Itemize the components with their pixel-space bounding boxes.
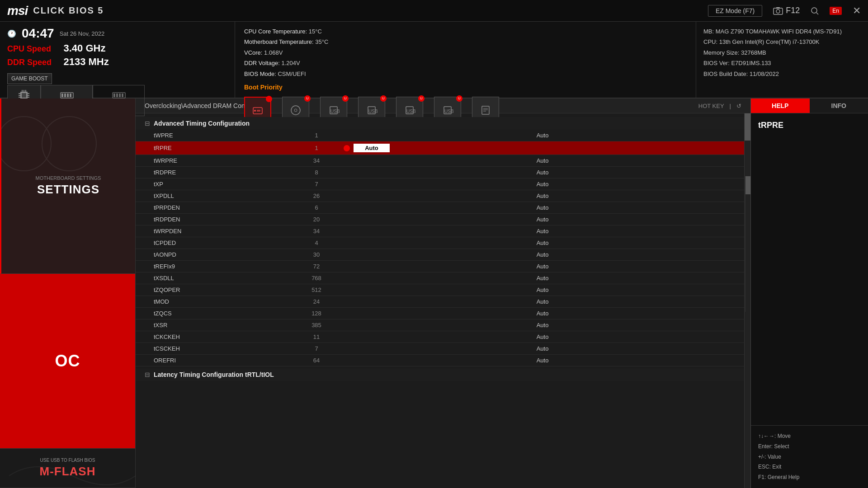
mb-info-mb: MB: MAG Z790 TOMAHAWK WIFI DDR4 (MS-7D91… <box>703 26 861 37</box>
cpu-speed-value: 3.40 GHz <box>63 42 105 54</box>
table-row[interactable]: tCSCKEH7Auto <box>136 343 750 355</box>
table-row[interactable]: tRPRE1Auto <box>136 141 750 155</box>
mb-info-cpu: CPU: 13th Gen Intel(R) Core(TM) i7-13700… <box>703 37 861 47</box>
row-name: tCSCKEH <box>154 345 289 352</box>
ez-mode-button[interactable]: EZ Mode (F7) <box>708 5 762 17</box>
screenshot-button[interactable]: F12 <box>773 6 800 15</box>
row-name: tMOD <box>154 298 289 305</box>
row-setting: Auto <box>344 204 741 211</box>
table-row[interactable]: tREFIx972Auto <box>136 261 750 272</box>
row-value: 8 <box>289 169 344 176</box>
row-value: 7 <box>289 181 344 188</box>
advanced-timing-table: tWPRE1AutotRPRE1AutotWRPRE34AutotRDPRE8A… <box>136 130 750 366</box>
row-name: tAONPD <box>154 251 289 258</box>
svg-point-47 <box>42 117 96 171</box>
settings-content: ⊟ Advanced Timing Configuration tWPRE1Au… <box>136 113 750 488</box>
row-value: 72 <box>289 263 344 270</box>
ddr-speed-row: DDR Speed 2133 MHz <box>7 56 227 68</box>
date-display: Sat 26 Nov, 2022 <box>60 30 105 37</box>
mb-label: MB: <box>703 28 714 35</box>
row-setting: Auto <box>344 192 741 199</box>
row-setting: Auto <box>344 310 741 317</box>
svg-rect-23 <box>70 94 71 97</box>
sidebar-item-mflash[interactable]: Use USB to flash BIOS M-FLASH <box>0 449 135 488</box>
row-setting: Auto <box>344 286 741 293</box>
mb-info-mem: Memory Size: 32768MB <box>703 47 861 58</box>
row-setting: Auto <box>344 251 741 258</box>
table-row[interactable]: tPRPDEN6Auto <box>136 202 750 214</box>
sidebar-item-oc[interactable]: OC <box>0 274 135 449</box>
table-row[interactable]: tCPDED4Auto <box>136 237 750 249</box>
key-help: F1: General Help <box>758 472 861 483</box>
row-setting: Auto <box>344 239 741 246</box>
table-row[interactable]: tWRPDEN34Auto <box>136 225 750 237</box>
mb-info-bios-date: BIOS Build Date: 11/08/2022 <box>703 69 861 79</box>
main-area: Motherboard settings SETTINGS OC Use USB… <box>0 99 868 488</box>
mb-cpu-value: 13th Gen Intel(R) Core(TM) i7-13700K <box>719 38 820 45</box>
svg-rect-21 <box>64 94 66 97</box>
row-value: 30 <box>289 251 344 258</box>
mb-temp-value: 35°C <box>315 38 328 45</box>
search-button[interactable] <box>811 7 819 15</box>
right-info: MB: MAG Z790 TOMAHAWK WIFI DDR4 (MS-7D91… <box>696 22 868 98</box>
table-row[interactable]: tXPDLL26Auto <box>136 190 750 202</box>
table-row[interactable]: tZQOPER512Auto <box>136 284 750 296</box>
mb-bios-ver-label: BIOS Ver: <box>703 60 730 66</box>
advanced-timing-toggle[interactable]: ⊟ <box>145 120 150 127</box>
msi-logo: msi <box>7 4 28 18</box>
ddr-speed-label: DDR Speed <box>7 58 61 67</box>
table-row[interactable]: tCKCKEH11Auto <box>136 331 750 343</box>
table-row[interactable]: tWPRE1Auto <box>136 130 750 141</box>
top-right-controls: EZ Mode (F7) F12 En ✕ <box>708 5 861 17</box>
row-setting-input[interactable]: Auto <box>354 144 390 152</box>
row-name: tXSR <box>154 322 289 328</box>
row-setting: Auto <box>344 181 741 188</box>
row-value: 26 <box>289 192 344 199</box>
sidebar-item-settings[interactable]: Motherboard settings SETTINGS <box>0 99 135 274</box>
key-select: Enter: Select <box>758 441 861 452</box>
table-row[interactable]: OREFRI64Auto <box>136 355 750 366</box>
table-row[interactable]: tXSR385Auto <box>136 319 750 331</box>
info-tab[interactable]: INFO <box>810 99 868 113</box>
row-name: tCKCKEH <box>154 333 289 340</box>
row-setting: Auto <box>344 216 741 223</box>
row-setting: Auto <box>344 357 741 364</box>
latency-timing-header: ⊟ Latency Timing Configuration tRTL/tIOL <box>136 368 750 381</box>
help-tab[interactable]: HELP <box>751 99 810 113</box>
key-value: +/-: Value <box>758 452 861 462</box>
hotkey-separator: | <box>730 103 731 109</box>
row-name: tZQOPER <box>154 286 289 293</box>
svg-rect-28 <box>122 94 123 97</box>
mb-bios-date-label: BIOS Build Date: <box>703 70 748 77</box>
table-row[interactable]: tXP7Auto <box>136 178 750 190</box>
table-row[interactable]: tZQCS128Auto <box>136 308 750 319</box>
latency-timing-title: Latency Timing Configuration tRTL/tIOL <box>154 371 274 378</box>
svg-rect-31 <box>257 110 260 112</box>
table-row[interactable]: tXSDLL768Auto <box>136 272 750 284</box>
vcore: VCore: 1.068V <box>244 47 687 58</box>
row-setting: Auto <box>344 169 741 176</box>
table-row[interactable]: tWRPRE34Auto <box>136 155 750 167</box>
row-value: 768 <box>289 275 344 282</box>
ddr-speed-value: 2133 MHz <box>63 56 108 67</box>
scroll-thumb <box>745 113 750 141</box>
table-row[interactable]: tRDPDEN20Auto <box>136 214 750 225</box>
latency-timing-toggle[interactable]: ⊟ <box>145 371 150 378</box>
row-value: 1 <box>289 145 344 151</box>
close-button[interactable]: ✕ <box>853 5 861 17</box>
vcore-label: VCore: <box>244 49 262 56</box>
table-row[interactable]: tRDPRE8Auto <box>136 167 750 178</box>
row-value: 7 <box>289 345 344 352</box>
cpu-temp-label: CPU Core Temperature: <box>244 28 307 35</box>
table-row[interactable]: tMOD24Auto <box>136 296 750 308</box>
table-row[interactable]: tAONPD30Auto <box>136 249 750 261</box>
language-selector[interactable]: En <box>830 7 842 15</box>
back-button[interactable]: ↺ <box>736 103 741 109</box>
row-name: tXPDLL <box>154 192 289 199</box>
cpu-temp-value: 15°C <box>309 28 322 35</box>
key-move: ↑↓←→: Move <box>758 431 861 441</box>
row-setting: Auto <box>344 157 741 164</box>
svg-point-46 <box>1 117 51 171</box>
help-scrollbar[interactable] <box>745 176 750 312</box>
row-name: tRDPDEN <box>154 216 289 223</box>
